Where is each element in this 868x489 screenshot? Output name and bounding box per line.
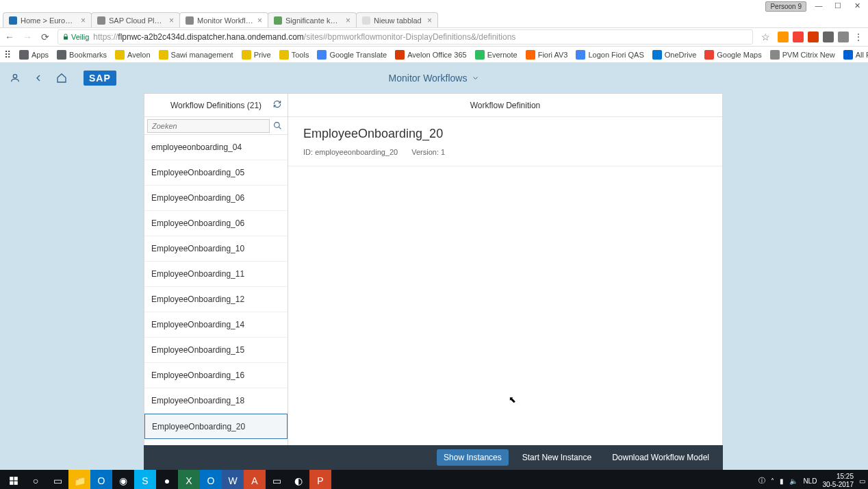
user-icon[interactable] — [10, 73, 21, 84]
app-icon[interactable]: ◐ — [288, 470, 309, 489]
excel-icon[interactable]: X — [178, 470, 200, 489]
chrome-icon[interactable]: ◉ — [112, 470, 134, 489]
tab-close-icon[interactable]: × — [346, 16, 350, 25]
search-button[interactable] — [270, 121, 285, 130]
bookmark-icon — [57, 50, 66, 60]
list-item[interactable]: EmployeeOnboarding_20 — [144, 414, 288, 439]
clock[interactable]: 15:25 30-5-2017 — [822, 473, 854, 489]
tab-close-icon[interactable]: × — [81, 16, 86, 25]
url-bar[interactable]: Veilig https://flpnwc-a2b2c434d.dispatch… — [58, 29, 753, 45]
detail-panel: Workflow Definition EmployeeOnboarding_2… — [288, 94, 722, 455]
list-item[interactable]: EmployeeOnboarding_11 — [144, 262, 288, 287]
tab-close-icon[interactable]: × — [257, 16, 262, 25]
bookmark-item[interactable]: All Files | Powered By — [843, 50, 868, 60]
volume-icon[interactable]: 🔈 — [789, 477, 797, 485]
bookmark-item[interactable]: PVM Citrix New — [770, 50, 835, 60]
shell-title[interactable]: Monitor Workflows — [389, 73, 480, 84]
bookmark-item[interactable]: Avelon Office 365 — [395, 50, 466, 60]
start-button[interactable] — [3, 470, 25, 489]
chevron-down-icon — [471, 74, 479, 82]
list-item[interactable]: EmployeeOnboarding_12 — [144, 287, 288, 312]
list-item[interactable]: EmployeeOnboarding_16 — [144, 363, 288, 388]
bookmark-icon — [576, 50, 585, 60]
menu-icon[interactable]: ⋮ — [853, 32, 864, 42]
browser-tab[interactable]: Nieuw tabblad× — [356, 12, 438, 27]
bookmark-item[interactable]: Apps — [19, 50, 49, 60]
download-model-button[interactable]: Download Workflow Model — [605, 449, 716, 466]
show-instances-button[interactable]: Show Instances — [437, 449, 509, 466]
browser-tab[interactable]: Home > Europe (Rot) ...× — [3, 12, 92, 27]
bookmark-item[interactable]: Evernote — [475, 50, 518, 60]
definition-list[interactable]: employeeonboarding_04EmployeeOnboarding_… — [144, 135, 288, 455]
refresh-icon[interactable] — [272, 99, 282, 109]
explorer-icon[interactable]: 📁 — [68, 470, 90, 489]
tab-close-icon[interactable]: × — [169, 16, 174, 25]
bookmark-item[interactable]: OneDrive — [652, 50, 696, 60]
app-icon[interactable]: ▭ — [266, 470, 288, 489]
bookmark-item[interactable]: Google Translate — [317, 50, 387, 60]
svg-rect-5 — [14, 481, 18, 485]
tab-close-icon[interactable]: × — [427, 16, 432, 25]
outlook2-icon[interactable]: O — [200, 470, 222, 489]
word-icon[interactable]: W — [222, 470, 244, 489]
bookmark-item[interactable]: Sawi management — [159, 50, 233, 60]
bookmark-icon — [704, 50, 714, 60]
star-icon[interactable]: ☆ — [760, 32, 771, 42]
home-icon[interactable] — [56, 73, 67, 84]
network-icon[interactable]: ▮ — [780, 477, 784, 485]
window-buttons: ― ☐ ✕ — [809, 0, 867, 11]
ext-icon[interactable] — [793, 32, 804, 42]
ext-icon[interactable] — [778, 32, 789, 42]
list-item[interactable]: EmployeeOnboarding_14 — [144, 312, 288, 338]
svg-rect-3 — [14, 477, 18, 480]
list-item[interactable]: employeeonboarding_04 — [144, 135, 288, 160]
browser-tab[interactable]: Monitor Workflows× — [179, 12, 268, 27]
tab-favicon — [362, 16, 370, 25]
list-item[interactable]: EmployeeOnboarding_06 — [144, 186, 288, 211]
bookmark-item[interactable]: Tools — [279, 50, 309, 60]
powerpoint-icon[interactable]: P — [309, 470, 331, 489]
bookmark-icon — [652, 50, 662, 60]
search-taskbar-icon[interactable]: ○ — [25, 470, 47, 489]
app-icon[interactable]: ● — [156, 470, 178, 489]
footer-toolbar: Show Instances Start New Instance Downlo… — [144, 445, 723, 470]
back-icon[interactable] — [33, 73, 44, 84]
back-button[interactable]: ← — [4, 32, 15, 42]
tray-chevron-icon[interactable]: ˄ — [771, 477, 774, 485]
persona-button[interactable]: Persoon 9 — [765, 1, 806, 12]
bookmarks-bar: ⠿AppsBookmarksAvelonSawi managementPrive… — [0, 47, 868, 63]
search-icon — [273, 121, 282, 130]
skype-icon[interactable]: S — [134, 470, 156, 489]
minimize-button[interactable]: ― — [809, 0, 828, 11]
browser-tab[interactable]: SAP Cloud Platform Wo...× — [91, 12, 180, 27]
close-button[interactable]: ✕ — [847, 0, 867, 11]
taskview-icon[interactable]: ▭ — [47, 470, 68, 489]
reload-button[interactable]: ⟳ — [40, 32, 51, 42]
list-item[interactable]: EmployeeOnboarding_06 — [144, 211, 288, 236]
ext-icon[interactable] — [808, 32, 819, 42]
apps-grid-icon[interactable]: ⠿ — [4, 49, 11, 60]
lang-indicator[interactable]: NLD — [803, 477, 817, 485]
list-item[interactable]: EmployeeOnboarding_18 — [144, 388, 288, 414]
list-item[interactable]: EmployeeOnboarding_15 — [144, 338, 288, 363]
bookmark-item[interactable]: Google Maps — [704, 50, 761, 60]
bookmark-item[interactable]: Bookmarks — [57, 50, 107, 60]
list-item[interactable]: EmployeeOnboarding_10 — [144, 236, 288, 262]
list-item[interactable]: EmployeeOnboarding_05 — [144, 160, 288, 186]
bookmark-item[interactable]: Logon Fiori QAS — [576, 50, 643, 60]
notifications-icon[interactable]: ▭ — [859, 477, 865, 485]
acrobat-icon[interactable]: A — [244, 470, 266, 489]
ext-icon[interactable] — [823, 32, 834, 42]
bookmark-item[interactable]: Prive — [242, 50, 271, 60]
outlook-icon[interactable]: O — [90, 470, 112, 489]
ext-icon[interactable] — [838, 32, 849, 42]
maximize-button[interactable]: ☐ — [828, 0, 847, 11]
browser-tab[interactable]: Significante kostenredu...× — [268, 12, 357, 27]
lock-icon — [62, 34, 69, 40]
forward-button[interactable]: → — [22, 32, 33, 42]
tray-icon[interactable]: ⓘ — [758, 476, 765, 486]
start-instance-button[interactable]: Start New Instance — [515, 449, 598, 466]
bookmark-item[interactable]: Avelon — [115, 50, 150, 60]
bookmark-item[interactable]: Fiori AV3 — [526, 50, 568, 60]
search-input[interactable] — [147, 119, 270, 133]
